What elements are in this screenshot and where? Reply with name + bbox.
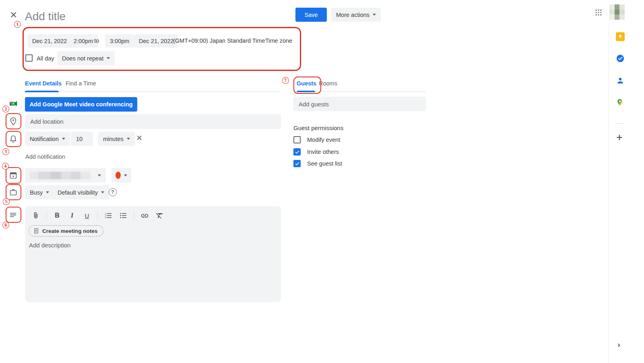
add-meet-button[interactable]: Add Google Meet video conferencing	[25, 97, 137, 112]
google-meet-icon	[10, 100, 17, 108]
event-editor-page: ✕ Save More actions 1 Dec 21, 2022 2:00p…	[0, 0, 644, 363]
to-label: to	[94, 37, 99, 44]
invite-others-checkbox[interactable]	[293, 148, 301, 156]
event-color-swatch	[116, 172, 121, 179]
help-icon[interactable]: ?	[109, 188, 117, 196]
tab-find-a-time[interactable]: Find a Time	[66, 80, 96, 87]
event-color-dropdown[interactable]	[111, 168, 131, 183]
redacted-calendar-name	[30, 172, 90, 179]
invite-others-label: Invite others	[307, 149, 339, 155]
see-guest-list-label: See guest list	[307, 160, 342, 167]
insert-link-icon[interactable]	[140, 211, 149, 220]
side-panel-divider	[609, 25, 609, 363]
chevron-down-icon	[127, 138, 130, 140]
start-date-field[interactable]: Dec 21, 2022	[27, 34, 72, 48]
modify-event-checkbox[interactable]	[293, 136, 301, 143]
clear-formatting-icon[interactable]	[155, 211, 164, 220]
avatar[interactable]	[609, 4, 625, 20]
toolbar-divider	[97, 211, 98, 220]
apps-grid-icon[interactable]	[594, 8, 603, 18]
bold-button[interactable]: B	[53, 211, 62, 220]
active-tab-indicator	[25, 91, 59, 92]
description-lines-icon	[9, 210, 18, 221]
notification-unit-dropdown[interactable]: minutes	[98, 132, 135, 146]
recurrence-dropdown[interactable]: Does not repeat	[57, 51, 115, 65]
timezone-text: (GMT+09:00) Japan Standard Time	[173, 37, 265, 44]
left-tabs: Event Details Find a Time	[25, 79, 281, 92]
guest-permissions-title: Guest permissions	[293, 124, 343, 131]
annotation-7: 7	[282, 77, 289, 84]
more-actions-button[interactable]: More actions	[331, 8, 381, 22]
see-guest-list-checkbox[interactable]	[293, 160, 301, 167]
create-meeting-notes-label: Create meeting notes	[42, 228, 97, 234]
notification-type-dropdown[interactable]: Notification	[25, 132, 70, 146]
numbered-list-icon[interactable]: 1 2 3	[104, 211, 113, 220]
busy-value: Busy	[30, 189, 43, 196]
all-day-label: All day	[37, 55, 54, 62]
toolbar-divider	[46, 211, 47, 220]
description-placeholder: Add description	[29, 242, 70, 249]
svg-text:3: 3	[105, 216, 106, 219]
chevron-down-icon	[107, 57, 110, 59]
bulleted-list-icon[interactable]	[119, 211, 128, 220]
chevron-down-icon	[124, 174, 127, 176]
document-icon	[33, 228, 39, 234]
bell-icon	[8, 134, 18, 145]
annotation-1: 1	[14, 21, 21, 28]
briefcase-icon	[8, 187, 18, 199]
description-area[interactable]: B I U 1 2 3	[25, 206, 281, 302]
italic-button[interactable]: I	[68, 211, 76, 220]
active-tab-indicator	[297, 91, 315, 92]
close-icon[interactable]: ✕	[10, 10, 17, 20]
toolbar-divider	[134, 211, 134, 220]
end-time-field[interactable]: 3:00pm	[105, 34, 134, 48]
maps-icon[interactable]	[616, 98, 625, 107]
tab-rooms[interactable]: Rooms	[319, 80, 337, 87]
notification-type-value: Notification	[30, 136, 59, 142]
annotation-2: 2	[2, 105, 10, 113]
annotation-3: 3	[2, 148, 10, 156]
all-day-checkbox[interactable]	[25, 54, 33, 62]
tab-event-details[interactable]: Event Details	[25, 80, 62, 87]
save-button[interactable]: Save	[295, 8, 327, 22]
location-input[interactable]	[25, 114, 281, 129]
contacts-icon[interactable]	[616, 76, 625, 85]
chevron-down-icon	[98, 174, 101, 176]
sidebar-divider	[615, 123, 625, 124]
timezone-button[interactable]: Time zone	[265, 37, 292, 44]
visibility-value: Default visibility	[58, 189, 98, 196]
chevron-down-icon	[373, 14, 376, 16]
chevron-down-icon	[62, 138, 65, 140]
tasks-icon[interactable]	[616, 54, 625, 63]
underline-button[interactable]: U	[83, 211, 91, 220]
modify-event-label: Modify event	[307, 137, 340, 143]
remove-notification-icon[interactable]: ✕	[136, 134, 142, 142]
busy-dropdown[interactable]: Busy	[25, 185, 54, 199]
add-notification-link[interactable]: Add notification	[25, 153, 65, 160]
end-date-field[interactable]: Dec 21, 2022	[134, 34, 178, 48]
annotation-5: 5	[2, 198, 10, 205]
event-title-input[interactable]	[25, 8, 266, 25]
create-meeting-notes-button[interactable]: Create meeting notes	[29, 225, 103, 236]
calendar-icon	[8, 170, 18, 182]
calendar-select-dropdown[interactable]	[25, 168, 106, 183]
right-tabs: Guests Rooms	[293, 79, 426, 92]
get-add-ons-icon[interactable]: +	[616, 132, 623, 143]
location-pin-icon	[8, 116, 18, 128]
annotation-4: 4	[2, 162, 9, 170]
more-actions-label: More actions	[336, 12, 369, 18]
recurrence-value: Does not repeat	[62, 55, 103, 62]
notification-value-input[interactable]	[71, 132, 93, 146]
chevron-down-icon	[101, 191, 104, 193]
tab-guests[interactable]: Guests	[297, 80, 316, 87]
annotation-6: 6	[2, 221, 10, 229]
attachment-icon[interactable]	[31, 211, 40, 220]
start-time-field[interactable]: 2:00pm	[69, 34, 98, 48]
chevron-down-icon	[46, 191, 49, 193]
keep-icon[interactable]	[616, 32, 625, 41]
add-guests-input[interactable]	[293, 97, 426, 111]
format-toolbar: B I U 1 2 3	[31, 210, 164, 221]
notification-unit-value: minutes	[103, 136, 124, 142]
hide-side-panel-icon[interactable]: ›	[617, 340, 620, 349]
visibility-dropdown[interactable]: Default visibility	[53, 185, 109, 199]
